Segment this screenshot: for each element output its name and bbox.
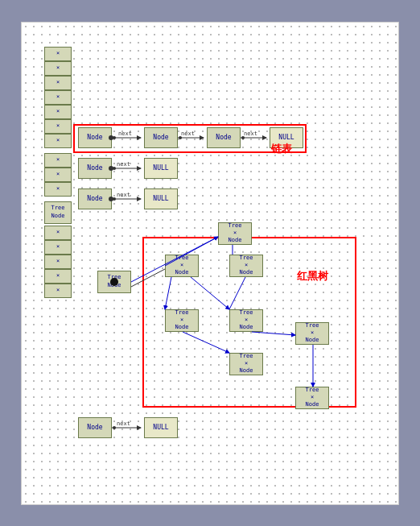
col-cell-13: × bbox=[44, 255, 72, 269]
tree-node-3: Tree×Node bbox=[229, 255, 263, 277]
tree-node-6: Tree×Node bbox=[295, 322, 329, 345]
main-canvas: × × × × × × × × × × TreeNode × × × × × N… bbox=[21, 22, 399, 505]
col-cell-1: × bbox=[44, 47, 72, 61]
col-cell-15: × bbox=[44, 284, 72, 298]
col-cell-8: × bbox=[44, 153, 72, 168]
col-cell-11: × bbox=[44, 226, 72, 240]
svg-point-31 bbox=[113, 426, 116, 429]
node-6: Node bbox=[78, 417, 112, 438]
col-cell-5: × bbox=[44, 105, 72, 119]
node-2: Node bbox=[144, 127, 178, 148]
svg-text:next: next bbox=[117, 192, 130, 198]
node-1: Node bbox=[78, 127, 112, 148]
node-4: Node bbox=[78, 158, 112, 179]
linked-list-label: 链表 bbox=[271, 142, 292, 156]
col-cell-12: × bbox=[44, 240, 72, 255]
null-2: NULL bbox=[144, 158, 178, 179]
tree-node-1: Tree×Node bbox=[218, 222, 252, 245]
svg-text:next: next bbox=[117, 161, 130, 168]
tree-node-5: Tree×Node bbox=[229, 309, 263, 332]
col-cell-7: × bbox=[44, 134, 72, 148]
null-4: NULL bbox=[144, 417, 178, 438]
col-cell-14: × bbox=[44, 269, 72, 284]
tree-node-8: Tree×Node bbox=[295, 387, 329, 409]
col-cell-10: × bbox=[44, 182, 72, 197]
node-5: Node bbox=[78, 188, 112, 209]
tree-node-root: TreeNode bbox=[97, 271, 131, 293]
tree-node-2: Tree×Node bbox=[165, 255, 199, 277]
column-container: × × × × × × × × × × TreeNode × × × × × bbox=[44, 47, 72, 298]
col-cell-3: × bbox=[44, 76, 72, 90]
col-cell-2: × bbox=[44, 61, 72, 76]
node-3: Node bbox=[207, 127, 241, 148]
tree-label: 红黑树 bbox=[297, 269, 328, 284]
svg-text:next: next bbox=[117, 420, 130, 427]
tree-node-4: Tree×Node bbox=[165, 309, 199, 332]
null-3: NULL bbox=[144, 188, 178, 209]
svg-point-11 bbox=[113, 167, 116, 170]
col-cell-tree: TreeNode bbox=[44, 201, 72, 224]
col-cell-4: × bbox=[44, 90, 72, 105]
tree-node-7: Tree×Node bbox=[229, 353, 263, 375]
svg-point-14 bbox=[113, 197, 116, 201]
col-cell-9: × bbox=[44, 168, 72, 182]
col-cell-6: × bbox=[44, 119, 72, 134]
